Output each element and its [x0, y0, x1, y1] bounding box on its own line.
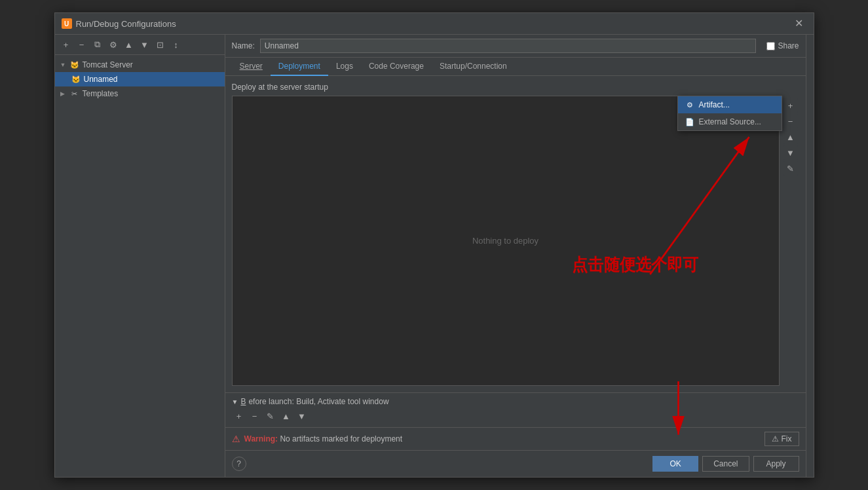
move-up-button[interactable]: ▲ — [122, 37, 136, 52]
run-debug-dialog: U Run/Debug Configurations ✕ + − ⧉ ⚙ ▲ ▼… — [54, 12, 814, 478]
bottom-bar: ? OK Cancel Apply — [225, 450, 806, 477]
main-content: + − ⧉ ⚙ ▲ ▼ ⊡ ↕ ▼ 🐱 Tomcat Server 🐱 — [55, 35, 814, 477]
sidebar-tree: ▼ 🐱 Tomcat Server 🐱 Unnamed ▶ ✂ Template… — [55, 55, 225, 477]
ok-button[interactable]: OK — [652, 456, 698, 472]
remove-config-button[interactable]: − — [75, 37, 89, 52]
add-dropdown-menu: ⚙ Artifact... 📄 External Source... — [677, 96, 782, 131]
before-launch-label: B — [240, 397, 246, 406]
tomcat-server-label: Tomcat Server — [83, 60, 133, 69]
dropdown-item-artifact[interactable]: ⚙ Artifact... — [678, 96, 782, 113]
tab-logs[interactable]: Logs — [328, 58, 361, 76]
sidebar-toolbar: + − ⧉ ⚙ ▲ ▼ ⊡ ↕ — [55, 35, 225, 55]
tree-collapsed-arrow: ▶ — [60, 90, 67, 97]
before-launch-remove-button[interactable]: − — [248, 409, 262, 423]
name-label: Name: — [232, 41, 255, 50]
tab-startup-connection[interactable]: Startup/Connection — [432, 58, 515, 76]
tabs-bar: Server Deployment Logs Code Coverage Sta… — [225, 58, 806, 76]
name-input[interactable] — [260, 39, 757, 53]
title-bar: U Run/Debug Configurations ✕ — [55, 13, 814, 35]
share-label: Share — [778, 41, 799, 50]
deployment-panel: Deploy at the server startup Nothing to … — [225, 76, 806, 392]
apply-button[interactable]: Apply — [753, 456, 799, 472]
fix-icon: ⚠ — [772, 434, 779, 443]
name-bar: Name: Share — [225, 35, 806, 58]
deploy-remove-button[interactable]: − — [783, 114, 798, 128]
tab-deployment[interactable]: Deployment — [271, 58, 328, 76]
tree-expand-arrow: ▼ — [60, 62, 67, 68]
deploy-toolbar-wrapper: Nothing to deploy + − ▲ ▼ ✎ — [232, 96, 799, 386]
unnamed-label: Unnamed — [84, 75, 118, 84]
cancel-button[interactable]: Cancel — [702, 456, 749, 472]
external-source-label: External Source... — [699, 117, 761, 126]
dialog-title: Run/Debug Configurations — [76, 19, 176, 29]
before-launch-arrow: ▼ — [232, 398, 238, 405]
templates-icon: ✂ — [69, 88, 80, 99]
folder-button[interactable]: ⊡ — [153, 37, 168, 52]
warning-message: No artifacts marked for deployment — [278, 434, 402, 443]
title-bar-left: U Run/Debug Configurations — [62, 18, 176, 29]
panel-content: Deploy at the server startup Nothing to … — [225, 76, 806, 450]
deploy-edit-button[interactable]: ✎ — [783, 161, 798, 176]
copy-config-button[interactable]: ⧉ — [90, 37, 105, 52]
sidebar: + − ⧉ ⚙ ▲ ▼ ⊡ ↕ ▼ 🐱 Tomcat Server 🐱 — [55, 35, 225, 477]
before-launch-down-button[interactable]: ▼ — [295, 409, 309, 423]
help-button[interactable]: ? — [232, 457, 246, 471]
external-source-icon: 📄 — [685, 117, 695, 127]
right-panel: Name: Share Server Deployment Logs Code … — [225, 35, 806, 477]
config-icon: 🐱 — [71, 74, 81, 85]
sidebar-item-templates[interactable]: ▶ ✂ Templates — [55, 86, 225, 101]
fix-label: Fix — [782, 434, 792, 443]
warning-icon: ⚠ — [232, 434, 240, 444]
deploy-list-area: Nothing to deploy — [232, 96, 780, 386]
tab-code-coverage[interactable]: Code Coverage — [361, 58, 432, 76]
nothing-to-deploy: Nothing to deploy — [472, 236, 538, 246]
artifact-label: Artifact... — [699, 100, 730, 109]
before-launch-add-button[interactable]: + — [232, 409, 246, 423]
before-launch-section: ▼ Before launch: Build, Activate tool wi… — [225, 392, 806, 427]
before-launch-toolbar: + − ✎ ▲ ▼ — [232, 409, 799, 423]
before-launch-up-button[interactable]: ▲ — [279, 409, 293, 423]
deploy-down-button[interactable]: ▼ — [783, 145, 798, 160]
dropdown-item-external-source[interactable]: 📄 External Source... — [678, 113, 782, 130]
add-config-button[interactable]: + — [59, 37, 73, 52]
move-down-button[interactable]: ▼ — [138, 37, 152, 52]
sidebar-item-tomcat-server[interactable]: ▼ 🐱 Tomcat Server — [55, 58, 225, 72]
tab-server[interactable]: Server — [232, 58, 271, 76]
share-checkbox[interactable] — [766, 42, 775, 50]
tomcat-icon: 🐱 — [69, 60, 80, 70]
templates-label: Templates — [83, 89, 119, 98]
sidebar-item-unnamed[interactable]: 🐱 Unnamed — [55, 72, 225, 86]
warning-text: Warning: No artifacts marked for deploym… — [244, 434, 761, 443]
fix-button[interactable]: ⚠ Fix — [764, 432, 799, 446]
bottom-buttons: OK Cancel Apply — [652, 456, 799, 472]
close-button[interactable]: ✕ — [791, 17, 807, 30]
app-icon: U — [62, 18, 72, 29]
share-checkbox-container: Share — [766, 41, 799, 50]
deploy-up-button[interactable]: ▲ — [783, 130, 798, 144]
warning-bold: Warning: — [244, 434, 278, 443]
settings-button[interactable]: ⚙ — [106, 37, 121, 52]
artifact-icon: ⚙ — [685, 100, 695, 110]
deploy-label: Deploy at the server startup — [232, 83, 799, 92]
sort-button[interactable]: ↕ — [169, 37, 183, 52]
deploy-side-toolbar: + − ▲ ▼ ✎ ⚙ Artifact... — [782, 96, 799, 386]
scrollbar[interactable] — [806, 35, 814, 477]
warning-bar: ⚠ Warning: No artifacts marked for deplo… — [225, 427, 806, 450]
before-launch-header: ▼ Before launch: Build, Activate tool wi… — [232, 397, 799, 406]
before-launch-label-rest: efore launch: Build, Activate tool windo… — [248, 397, 388, 406]
before-launch-edit-button[interactable]: ✎ — [263, 409, 278, 423]
deploy-add-button[interactable]: + — [783, 98, 798, 113]
